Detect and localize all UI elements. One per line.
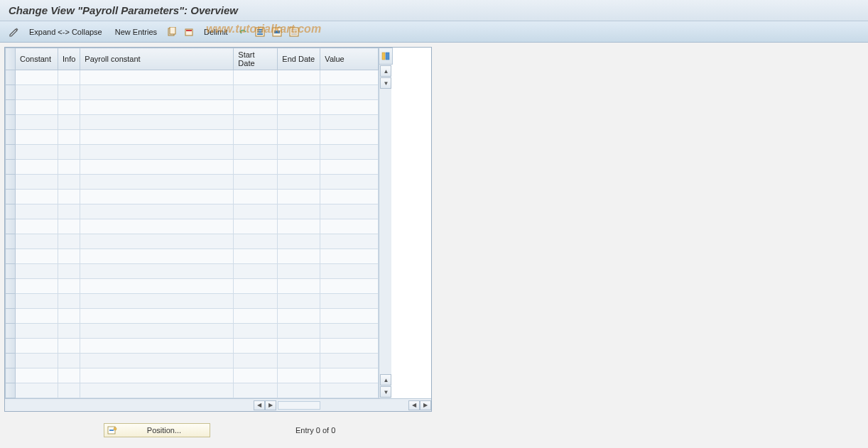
cell-constant[interactable] [16,175,58,190]
cell-info[interactable] [58,190,80,204]
cell-end-date[interactable] [278,130,320,145]
cell-info[interactable] [58,234,80,249]
row-selector[interactable] [6,368,16,383]
scroll-up-icon[interactable]: ▲ [380,65,391,77]
scroll-right-end-icon[interactable]: ▶ [420,400,431,410]
undo-change-icon[interactable] [236,26,250,38]
cell-payroll-constant[interactable] [80,190,234,204]
cell-end-date[interactable] [278,249,320,264]
row-selector[interactable] [6,279,16,294]
table-row[interactable] [6,100,379,115]
cell-value[interactable] [320,190,379,204]
row-selector[interactable] [6,70,16,85]
cell-constant[interactable] [16,249,58,264]
cell-start-date[interactable] [234,219,278,234]
cell-info[interactable] [58,85,80,100]
cell-start-date[interactable] [234,264,278,279]
column-info[interactable]: Info [58,48,80,70]
table-row[interactable] [6,324,379,339]
copy-as-icon[interactable] [165,26,179,38]
vertical-scrollbar[interactable]: ▲ ▼ ▲ ▼ [379,65,391,398]
cell-start-date[interactable] [234,249,278,264]
cell-constant[interactable] [16,294,58,309]
table-row[interactable] [6,354,379,368]
table-row[interactable] [6,115,379,130]
cell-start-date[interactable] [234,85,278,100]
cell-value[interactable] [320,368,379,383]
row-selector[interactable] [6,160,16,175]
hscroll-thumb[interactable] [278,401,320,410]
deselect-all-icon[interactable] [287,26,301,38]
table-row[interactable] [6,219,379,234]
cell-payroll-constant[interactable] [80,368,234,383]
cell-info[interactable] [58,279,80,294]
row-selector[interactable] [6,339,16,354]
cell-info[interactable] [58,70,80,85]
cell-value[interactable] [320,70,379,85]
row-selector[interactable] [6,309,16,324]
cell-end-date[interactable] [278,339,320,354]
table-row[interactable] [6,279,379,294]
cell-constant[interactable] [16,354,58,368]
cell-value[interactable] [320,294,379,309]
toggle-display-change-icon[interactable] [7,26,21,38]
cell-start-date[interactable] [234,70,278,85]
cell-constant[interactable] [16,324,58,339]
cell-value[interactable] [320,115,379,130]
row-selector[interactable] [6,115,16,130]
cell-info[interactable] [58,383,80,398]
table-settings-icon[interactable] [379,48,393,65]
cell-constant[interactable] [16,383,58,398]
new-entries-button[interactable]: New Entries [110,25,162,39]
cell-start-date[interactable] [234,145,278,160]
cell-value[interactable] [320,354,379,368]
cell-end-date[interactable] [278,264,320,279]
cell-payroll-constant[interactable] [80,294,234,309]
cell-payroll-constant[interactable] [80,354,234,368]
cell-start-date[interactable] [234,309,278,324]
cell-start-date[interactable] [234,354,278,368]
cell-value[interactable] [320,160,379,175]
cell-start-date[interactable] [234,190,278,204]
cell-start-date[interactable] [234,324,278,339]
table-row[interactable] [6,175,379,190]
scroll-left-end-icon[interactable]: ◀ [408,400,420,410]
table-row[interactable] [6,294,379,309]
cell-constant[interactable] [16,234,58,249]
cell-payroll-constant[interactable] [80,160,234,175]
table-row[interactable] [6,368,379,383]
cell-start-date[interactable] [234,175,278,190]
table-row[interactable] [6,264,379,279]
cell-value[interactable] [320,145,379,160]
cell-info[interactable] [58,204,80,219]
cell-start-date[interactable] [234,339,278,354]
horizontal-scrollbar[interactable]: ◀ ▶ ◀ ▶ [5,398,431,411]
cell-constant[interactable] [16,368,58,383]
cell-value[interactable] [320,130,379,145]
cell-value[interactable] [320,85,379,100]
cell-value[interactable] [320,219,379,234]
cell-constant[interactable] [16,100,58,115]
cell-end-date[interactable] [278,85,320,100]
table-row[interactable] [6,190,379,204]
cell-end-date[interactable] [278,175,320,190]
cell-value[interactable] [320,100,379,115]
row-selector[interactable] [6,85,16,100]
select-all-column[interactable] [6,48,16,70]
cell-info[interactable] [58,160,80,175]
cell-start-date[interactable] [234,294,278,309]
table-row[interactable] [6,70,379,85]
cell-end-date[interactable] [278,309,320,324]
cell-constant[interactable] [16,85,58,100]
cell-end-date[interactable] [278,354,320,368]
row-selector[interactable] [6,145,16,160]
cell-info[interactable] [58,115,80,130]
cell-info[interactable] [58,100,80,115]
cell-info[interactable] [58,219,80,234]
table-row[interactable] [6,145,379,160]
cell-end-date[interactable] [278,324,320,339]
cell-start-date[interactable] [234,279,278,294]
cell-value[interactable] [320,175,379,190]
cell-value[interactable] [320,249,379,264]
cell-start-date[interactable] [234,204,278,219]
